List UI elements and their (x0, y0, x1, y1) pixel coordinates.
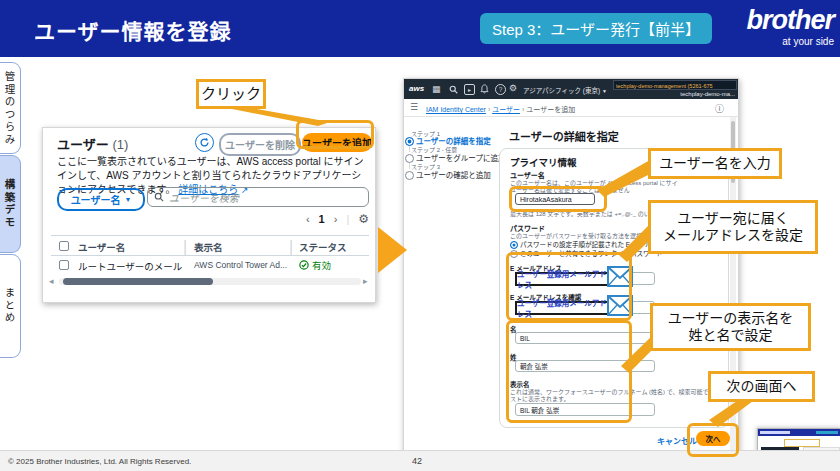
display-name-help: ストに表示されます。 (510, 394, 718, 403)
otp-radio-icon[interactable] (510, 250, 518, 258)
thumb-callout (784, 439, 820, 447)
services-grid-icon[interactable]: ▦ (432, 84, 441, 94)
col-divider: | (183, 238, 187, 256)
page-next-icon[interactable]: › (334, 213, 338, 225)
email-redaction: ユーザー登録用メールアドレス (515, 272, 609, 286)
step-badge: Step 3：ユーザー発行【前半】 (480, 13, 712, 44)
settings-gear-icon[interactable]: ⚙ (358, 212, 369, 226)
notifications-bell-icon[interactable] (480, 84, 489, 94)
menu-icon[interactable]: ☰ (410, 102, 418, 112)
page-title: ユーザー情報を登録 (34, 15, 232, 45)
envelope-icon (607, 266, 633, 287)
col-display: 表示名 (194, 240, 223, 254)
account-tooltip: techplay-demo-management (5261-675 (613, 80, 737, 90)
status-check-icon (299, 260, 309, 270)
sidebar-tab-demo[interactable]: 構築デモ (0, 155, 21, 253)
page-prev-icon[interactable]: ‹ (306, 213, 310, 225)
list-title: ユーザー (1) (57, 134, 128, 153)
callout-next: 次の画面へ (708, 371, 815, 402)
select-all-checkbox[interactable] (59, 241, 69, 251)
sidebar-tab-management[interactable]: 管理のつらみ (0, 62, 21, 154)
leader-click (222, 107, 330, 126)
slide-page-number: 42 (412, 456, 422, 466)
delete-user-button[interactable]: ユーザーを削除 (219, 133, 301, 156)
thumb-badge (816, 431, 838, 434)
col-status: ステータス (299, 240, 347, 254)
breadcrumb-link[interactable]: IAM Identity Center (426, 106, 486, 113)
callout-display: ユーザーの表示名を 姓と名で設定 (650, 303, 811, 351)
table-row[interactable]: ルートユーザーのメールアドレス AWS Control Tower Ad... … (51, 255, 369, 275)
breadcrumb-bar: ☰ IAM Identity Center › ユーザー › ユーザーを追加 ⓘ (404, 99, 738, 117)
list-count: (1) (112, 137, 128, 152)
help-icon[interactable]: ? (495, 84, 506, 95)
account-menu[interactable]: techplay-demo-ma... (680, 91, 735, 97)
console-screenshot: aws ▦ ▸ ? ⚙ アジアパシフィック (東京) ▼ techplay-de… (403, 78, 739, 460)
callout-username: ユーザー名を入力 (648, 148, 782, 179)
scroll-left-icon[interactable]: ◂ (49, 276, 54, 286)
sidebar-tab-label: 構築デモ (3, 179, 18, 229)
scroll-right-icon[interactable]: ▸ (363, 276, 368, 286)
console-topnav: aws ▦ ▸ ? ⚙ アジアパシフィック (東京) ▼ techplay-de… (404, 79, 738, 99)
breadcrumb-link[interactable]: ユーザー (492, 106, 520, 113)
filter-property-button[interactable]: ユーザー名 ▼ (57, 188, 145, 211)
status-label: 有効 (312, 258, 331, 272)
col-username: ユーザー名 (78, 240, 125, 254)
panel-title: プライマリ情報 (510, 155, 577, 169)
step3-radio-icon (405, 171, 414, 180)
row-checkbox[interactable] (59, 260, 69, 270)
footer-bar: © 2025 Brother Industries, Ltd. All Righ… (0, 450, 840, 471)
users-list-screenshot: ユーザー (1) ユーザーを削除 ユーザーを追加 ここに一覧表示されているユーザ… (42, 127, 376, 303)
sidebar-tab-summary[interactable]: まとめ (0, 254, 21, 358)
settings-gear-icon[interactable]: ⚙ (509, 83, 517, 93)
last-name-input[interactable]: 朝倉 弘崇 (515, 360, 655, 372)
copyright: © 2025 Brother Industries, Ltd. All Righ… (8, 457, 191, 466)
divider: | (346, 213, 349, 225)
header-bar: ユーザー情報を登録 Step 3：ユーザー発行【前半】 brother at y… (0, 0, 840, 57)
sidebar-tab-label: 管理のつらみ (3, 71, 18, 146)
caret-down-icon: ▼ (602, 88, 607, 94)
search-icon[interactable] (449, 85, 458, 94)
search-placeholder: ユーザーを検索 (169, 190, 239, 205)
scrollbar-thumb[interactable] (63, 278, 213, 285)
slide: ユーザー情報を登録 Step 3：ユーザー発行【前半】 brother at y… (0, 0, 840, 471)
brand-name: brother (716, 7, 834, 34)
add-user-button[interactable]: ユーザーを追加 (302, 133, 372, 152)
search-icon (154, 192, 164, 202)
refresh-icon[interactable] (195, 133, 214, 152)
step3-link[interactable]: ユーザーの確認と追加 (416, 169, 491, 180)
email-radio-icon[interactable] (510, 241, 518, 249)
cell-username: ルートユーザーのメールアドレス (78, 259, 182, 273)
step-connector (409, 163, 410, 169)
sidebar-tab-label: まとめ (3, 287, 18, 325)
envelope-icon (607, 295, 633, 316)
display-name-input[interactable]: BIL 朝倉 弘崇 (515, 403, 655, 416)
cloudshell-icon[interactable]: ▸ (464, 84, 475, 95)
page-number[interactable]: 1 (319, 213, 325, 225)
region-selector[interactable]: アジアパシフィック (東京) ▼ (523, 85, 607, 95)
email-confirm-redaction: ユーザー登録用メールアドレス (515, 301, 609, 315)
first-name-input[interactable]: BIL (515, 332, 655, 344)
table-header: ユーザー名 | 表示名 | ステータス (51, 235, 369, 256)
breadcrumb-current: ユーザーを追加 (526, 106, 575, 113)
cell-status: 有効 (299, 258, 331, 272)
next-button[interactable]: 次へ (696, 431, 730, 446)
cancel-button[interactable]: キャンセル (657, 435, 697, 446)
breadcrumb: IAM Identity Center › ユーザー › ユーザーを追加 (426, 104, 575, 114)
horizontal-scrollbar[interactable] (59, 278, 361, 285)
pagination: ‹ 1 › | ⚙ (283, 212, 369, 226)
search-input[interactable]: ユーザーを検索 (147, 187, 369, 207)
callout-email: ユーザー宛に届く メールアドレスを設定 (648, 200, 818, 254)
refresh-glyph (199, 137, 210, 148)
aws-logo[interactable]: aws (409, 84, 424, 93)
caret-down-icon: ▼ (124, 196, 131, 203)
brand-tagline: at your side (716, 36, 834, 47)
cell-display: AWS Control Tower Ad... (194, 260, 287, 270)
thumb-header (758, 429, 840, 436)
form-page-title: ユーザーの詳細を指定 (509, 128, 619, 144)
thumb-title-line (760, 431, 790, 434)
info-icon[interactable]: ⓘ (715, 102, 724, 115)
col-divider: | (289, 238, 293, 256)
username-input[interactable]: HirotakaAsakura (515, 193, 595, 205)
brother-logo: brother at your side (716, 7, 834, 47)
primary-info-panel: プライマリ情報 ユーザー名 このユーザー名は、このユーザーが AWS acces… (499, 148, 729, 428)
